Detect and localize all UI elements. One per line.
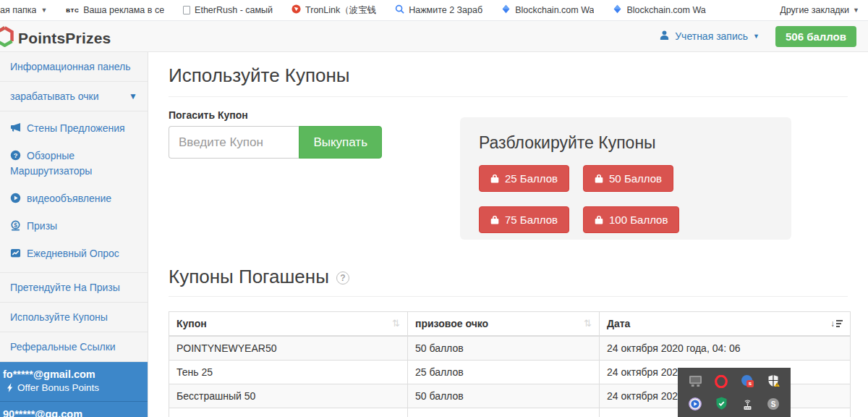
sort-desc-icon: ↓ xyxy=(830,319,843,328)
sidebar-item-earn-points[interactable]: зарабатывать очки ▼ xyxy=(0,82,148,111)
brand-logo[interactable]: PointsPrizes xyxy=(0,26,111,50)
bookmark-item[interactable]: BTC Ваша реклама в се xyxy=(66,5,164,15)
tronlink-icon xyxy=(292,4,301,16)
chart-line-icon xyxy=(10,248,21,258)
divider xyxy=(169,296,848,297)
bookmark-label: ая папка xyxy=(0,5,36,15)
lock-icon xyxy=(595,215,603,224)
redeem-coupon-form: Выкупать xyxy=(169,126,382,159)
bookmark-item[interactable]: EtherRush - самый xyxy=(183,5,273,15)
redeemed-coupons-title: Купоны Погашены ? xyxy=(169,266,848,288)
cell-points: 50 баллов xyxy=(408,336,600,361)
coupon-input[interactable] xyxy=(169,126,299,159)
bonus-account-qq[interactable]: 90*****@qq.com Offer Bonus Points xyxy=(0,402,148,417)
sidebar-item-daily-poll[interactable]: Ежедневный Опрос xyxy=(0,240,148,267)
bookmark-item[interactable]: Blockchain.com Wa xyxy=(501,4,594,16)
lightning-icon xyxy=(7,383,14,392)
svg-text:S: S xyxy=(771,400,776,408)
unlock-75-points-button[interactable]: 75 Баллов xyxy=(479,206,569,233)
svg-text:s: s xyxy=(748,380,752,387)
column-header-date[interactable]: Дата ↓ xyxy=(600,312,851,337)
sidebar-item-use-coupons[interactable]: Используйте Купоны xyxy=(0,303,148,332)
sidebar-item-offer-walls[interactable]: Стены Предложения xyxy=(0,114,148,142)
sidebar-earn-submenu: Стены Предложения ?Обзорные Маршрутизато… xyxy=(0,111,148,273)
cell-coupon: Тень 25 xyxy=(169,361,408,384)
chevron-down-icon: ▼ xyxy=(129,91,137,101)
question-circle-icon: ? xyxy=(10,150,21,161)
sidebar-item-video-ads[interactable]: видеообъявление xyxy=(0,185,148,212)
sort-icon: ⇅ xyxy=(584,318,592,329)
main-content: Используйте Купоны Погасить Купон Выкупа… xyxy=(149,52,868,417)
cell-date: 24 октября 2020 года, 04: 06 xyxy=(600,336,851,361)
unlock-25-points-button[interactable]: 25 Баллов xyxy=(479,165,569,192)
sidebar-nav: Информационная панель зарабатывать очки … xyxy=(0,52,148,417)
brand-name: PointsPrizes xyxy=(18,30,111,47)
sort-icon: ⇅ xyxy=(392,318,400,329)
bookmark-folder[interactable]: ая папка ▼ xyxy=(0,5,47,15)
play-circle-icon xyxy=(10,193,21,203)
bonus-accounts: fo*****@gmail.com Offer Bonus Points 90*… xyxy=(0,362,148,417)
unlock-100-points-button[interactable]: 100 Баллов xyxy=(583,206,679,233)
redeem-button[interactable]: Выкупать xyxy=(299,126,382,159)
unlock-panel-title: Разблокируйте Купоны xyxy=(479,133,773,153)
magnifier-icon xyxy=(395,4,404,16)
antenna-icon[interactable] xyxy=(740,397,754,411)
help-icon[interactable]: ? xyxy=(336,271,349,285)
lock-icon xyxy=(490,215,499,224)
unlock-50-points-button[interactable]: 50 Баллов xyxy=(583,165,673,192)
bonus-account-gmail[interactable]: fo*****@gmail.com Offer Bonus Points xyxy=(0,362,148,402)
cell-points: 50 баллов xyxy=(408,384,600,408)
divider xyxy=(169,96,848,97)
table-row: POINTYNEWYEAR50 50 баллов 24 октября 202… xyxy=(169,336,851,361)
app-header: PointsPrizes Учетная запись ▼ 506 баллов xyxy=(0,21,868,52)
svg-text:$: $ xyxy=(14,222,17,229)
lock-icon xyxy=(595,174,603,183)
blockchain-icon xyxy=(613,4,622,16)
media-player-icon[interactable] xyxy=(688,397,702,411)
monitor-icon[interactable] xyxy=(688,374,702,389)
skype-icon[interactable]: S xyxy=(766,397,780,411)
sidebar-item-referral-links[interactable]: Реферальные Ссылки xyxy=(0,332,148,362)
sidebar-item-prizes[interactable]: $Призы xyxy=(0,212,148,240)
user-icon xyxy=(659,30,670,43)
bookmark-item[interactable]: TronLink（波宝钱 xyxy=(292,4,376,17)
bookmark-item[interactable]: Blockchain.com Wa xyxy=(613,4,705,16)
sidebar-item-claim-prizes[interactable]: Претендуйте На Призы xyxy=(0,273,148,303)
svg-text:?: ? xyxy=(14,152,18,159)
pointsprizes-hexagon-icon xyxy=(0,26,14,50)
cell-coupon: Бесстрашный 50 xyxy=(169,384,408,408)
cell-points: 25 баллов xyxy=(408,361,600,384)
shield-check-icon[interactable] xyxy=(714,397,728,411)
column-header-points[interactable]: призовое очко ⇅ xyxy=(408,312,600,337)
cell-coupon: POINTYNEWYEAR50 xyxy=(169,336,408,361)
bookmarks-bar: ая папка ▼ BTC Ваша реклама в се EtherRu… xyxy=(0,0,868,21)
points-badge[interactable]: 506 баллов xyxy=(775,26,856,47)
chevron-down-icon: ▼ xyxy=(41,7,47,14)
blockchain-icon xyxy=(501,4,511,16)
sidebar-item-survey-routers[interactable]: ?Обзорные Маршрутизаторы xyxy=(0,142,148,185)
chevron-down-icon: ▼ xyxy=(853,7,859,14)
app-s-icon[interactable]: s xyxy=(740,374,754,389)
sidebar-item-dashboard[interactable]: Информационная панель xyxy=(0,52,148,82)
megaphone-icon xyxy=(10,122,21,133)
btc-icon: BTC xyxy=(66,7,79,14)
other-bookmarks-button[interactable]: Другие закладки ▼ xyxy=(780,5,859,15)
page-icon xyxy=(183,6,190,14)
column-header-coupon[interactable]: Купон ⇅ xyxy=(169,312,408,337)
defender-warning-icon[interactable] xyxy=(766,374,780,389)
page-title: Используйте Купоны xyxy=(169,64,848,87)
account-label: Учетная запись xyxy=(675,30,748,42)
system-tray-popup: s S xyxy=(678,368,791,417)
account-menu[interactable]: Учетная запись ▼ xyxy=(659,30,760,43)
lock-icon xyxy=(490,174,499,183)
chevron-down-icon: ▼ xyxy=(753,33,760,40)
dollar-icon: $ xyxy=(10,220,21,231)
bookmark-item[interactable]: Нажмите 2 Зараб xyxy=(395,4,482,16)
unlock-coupons-panel: Разблокируйте Купоны 25 Баллов 50 Баллов… xyxy=(460,117,791,240)
opera-icon[interactable] xyxy=(714,374,728,389)
